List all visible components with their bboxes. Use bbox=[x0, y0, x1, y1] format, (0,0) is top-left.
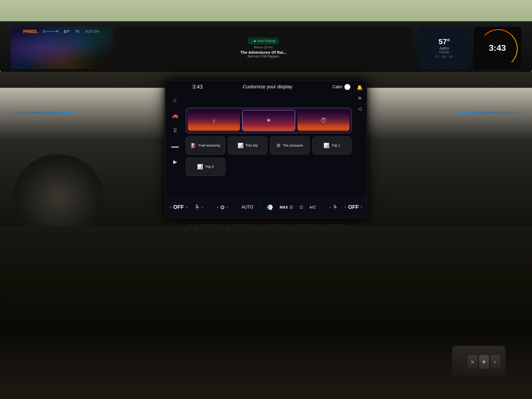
calm-toggle-circle[interactable] bbox=[344, 84, 350, 90]
hvac-defrost-front[interactable]: 💨 bbox=[267, 204, 273, 210]
calm-label: Calm bbox=[332, 85, 342, 89]
hvac-right-arrow-right[interactable]: > bbox=[360, 205, 363, 209]
ambient-light-right bbox=[458, 112, 532, 114]
widget-row-2: 📊 Trip 2 bbox=[186, 158, 352, 176]
ambient-light-left bbox=[0, 112, 74, 114]
fan-arrow-right[interactable]: > bbox=[226, 205, 228, 209]
weather-description: Clouds bbox=[439, 50, 449, 54]
display-tiles-container: ♪ ☀ ⏱ bbox=[186, 108, 352, 133]
prndl-display: PRNDL bbox=[23, 29, 38, 34]
max-label: MAX bbox=[280, 205, 288, 209]
hvac-right-section: < OFF > bbox=[344, 204, 363, 210]
nav-apps[interactable]: ⠿ bbox=[170, 126, 180, 136]
defrost-front-icon: 💨 bbox=[267, 204, 273, 210]
iphone-label: iPhone 16 Pro bbox=[254, 46, 273, 49]
widget-fuel-economy[interactable]: ⛽ Fuel economy bbox=[186, 136, 225, 155]
tire-pressure-icon: ⚙ bbox=[276, 143, 281, 148]
hvac-left-off: OFF bbox=[173, 204, 184, 210]
hvac-fan-section: < ✿ > bbox=[217, 204, 228, 210]
this-trip-label: This trip bbox=[246, 143, 258, 148]
nav-play[interactable]: ▶ bbox=[170, 157, 180, 167]
hvac-auto-label: AUTO bbox=[242, 205, 253, 210]
now-playing-panel: ♪ ▶ Now Playing iPhone 16 Pro The Advent… bbox=[114, 27, 412, 69]
calm-toggle[interactable]: Calm bbox=[332, 84, 350, 90]
hvac-divider-2 bbox=[235, 202, 235, 213]
clock-panel: 3:43 bbox=[473, 27, 521, 69]
this-trip-icon: 📊 bbox=[238, 143, 243, 148]
nav-settings[interactable]: ≋ bbox=[358, 95, 362, 101]
widget-tire-pressure[interactable]: ⚙ Tire pressure bbox=[270, 136, 310, 155]
nav-back[interactable]: ◁ bbox=[358, 106, 361, 112]
weather-location: Aptos bbox=[439, 46, 449, 50]
play-icon: ▶ bbox=[173, 159, 177, 165]
seat-heat-left-icon: 🪑 bbox=[194, 204, 200, 210]
hvac-divider-3 bbox=[260, 202, 260, 213]
gauge-cluster: PRNDL C———H 57° SE 5127.2mi bbox=[11, 27, 112, 69]
hvac-ac[interactable]: A/C bbox=[309, 205, 316, 209]
gear-key-l[interactable]: L bbox=[491, 355, 500, 368]
temp-gauge: C———H bbox=[43, 29, 59, 34]
hvac-bar: < OFF > 🪑 ≡ < ✿ > AUTO bbox=[166, 197, 366, 217]
now-playing-badge: ♪ ▶ Now Playing bbox=[248, 38, 279, 44]
weather-temp: 57° bbox=[439, 38, 450, 46]
trip2-text: Trip 2 bbox=[205, 165, 214, 169]
weather-tile-icon: ☀ bbox=[266, 117, 271, 124]
rear-defrost-icon: ⊡ bbox=[300, 205, 303, 210]
ac-label: A/C bbox=[309, 205, 316, 209]
fuel-economy-label: Fuel economy bbox=[198, 143, 220, 148]
hvac-left-arrow-left[interactable]: < bbox=[169, 205, 172, 209]
screen-title: Customize your display bbox=[243, 84, 292, 90]
widget-trip-2[interactable]: 📊 Trip 2 bbox=[186, 158, 225, 176]
hvac-right-temp: OFF bbox=[348, 204, 359, 210]
hvac-left-arrow-right[interactable]: > bbox=[185, 205, 188, 209]
direction-display: SE bbox=[75, 29, 80, 34]
hvac-rear-defrost[interactable]: ⊡ bbox=[300, 205, 303, 210]
hvac-left-section: < OFF > bbox=[169, 204, 188, 210]
seat-heat-right-icon: ≡ bbox=[329, 206, 331, 209]
hvac-seat-heat-left[interactable]: 🪑 ≡ bbox=[194, 204, 203, 210]
fan-arrow-left[interactable]: < bbox=[217, 205, 219, 209]
seat-heat-right-icon2: 🪑 bbox=[332, 205, 338, 210]
song-artist: Red Hot Chili Peppers bbox=[248, 55, 279, 58]
nav-notifications[interactable]: 🔔 bbox=[357, 85, 363, 90]
hvac-divider-1 bbox=[210, 202, 210, 213]
hvac-left-temp: OFF bbox=[173, 204, 184, 210]
status-bar: PRNDL C———H 57° SE 5127.2mi bbox=[11, 29, 112, 34]
screen-time: 3:43 bbox=[192, 84, 203, 90]
hvac-max-defrost[interactable]: MAX ⊟ bbox=[280, 205, 293, 210]
widget-trip-1[interactable]: 📊 Trip 1 bbox=[312, 136, 352, 155]
odometer: 5127.2mi bbox=[85, 29, 99, 34]
this-trip-text: This trip bbox=[246, 143, 258, 148]
fuel-economy-text: Fuel economy bbox=[198, 143, 220, 148]
gear-key-n[interactable]: N bbox=[468, 355, 477, 368]
apps-icon: ⠿ bbox=[173, 128, 177, 134]
tire-pressure-label: Tire pressure bbox=[283, 143, 303, 148]
display-tile-music[interactable]: ♪ bbox=[188, 110, 240, 131]
music-tile-icon: ♪ bbox=[213, 117, 215, 124]
widget-this-trip[interactable]: 📊 This trip bbox=[228, 136, 268, 155]
trip1-icon: 📊 bbox=[323, 143, 329, 148]
trip1-text: Trip 1 bbox=[331, 143, 340, 148]
fan-icon: ✿ bbox=[220, 204, 225, 210]
widget-row-1: ⛽ Fuel economy 📊 This trip ⚙ Tire pressu… bbox=[186, 136, 352, 155]
gear-key-d[interactable]: D bbox=[479, 355, 489, 368]
display-tile-weather[interactable]: ☀ bbox=[242, 110, 295, 131]
nav-media[interactable]: ▬▬ bbox=[170, 142, 180, 151]
screen-right-nav: 🔔 ≋ ◁ bbox=[353, 81, 366, 196]
cluster-clock-time: 3:43 bbox=[489, 43, 506, 53]
hvac-divider-4 bbox=[322, 202, 323, 213]
nav-vehicle[interactable]: 🚗 bbox=[170, 111, 180, 120]
tire-pressure-text: Tire pressure bbox=[283, 143, 303, 148]
trip2-label: Trip 2 bbox=[205, 165, 214, 169]
music-icon: ♪ bbox=[251, 39, 253, 43]
screen-inner: 3:43 Customize your display Calm ⌂ 🚗 ⠿ ▬… bbox=[166, 81, 366, 217]
weather-panel: 57° Aptos Clouds 57° · 59° · 59° bbox=[418, 27, 471, 69]
screen-top-bar: 3:43 Customize your display Calm bbox=[166, 81, 366, 93]
hvac-seat-heat-right[interactable]: ≡ 🪑 bbox=[329, 205, 338, 210]
display-tile-clock[interactable]: ⏱ bbox=[297, 110, 350, 131]
media-icon: ▬▬ bbox=[171, 144, 179, 148]
screen-nav: ⌂ 🚗 ⠿ ▬▬ ▶ bbox=[166, 81, 184, 196]
nav-home[interactable]: ⌂ bbox=[170, 95, 180, 105]
hvac-right-arrow-left[interactable]: < bbox=[344, 205, 347, 209]
outside-temp: 57° bbox=[64, 29, 70, 34]
